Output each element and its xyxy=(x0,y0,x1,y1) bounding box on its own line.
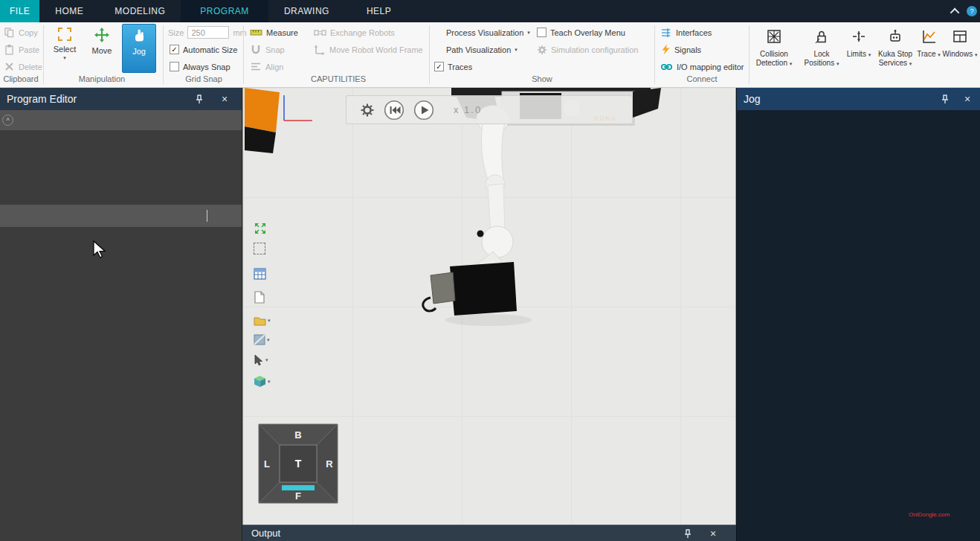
selection-frame-button[interactable] xyxy=(254,243,265,255)
delete-label: Delete xyxy=(19,63,42,71)
grid-snap-group-label: Grid Snap xyxy=(185,74,222,83)
jog-panel: Jog × xyxy=(736,88,980,541)
folder-button[interactable]: ▾ xyxy=(254,316,271,326)
automatic-size-checkbox-row[interactable]: ✓ Automatic Size xyxy=(170,42,237,57)
windows-caret-icon: ▾ xyxy=(975,52,978,57)
automatic-size-label: Automatic Size xyxy=(183,45,237,54)
signals-button[interactable]: Signals xyxy=(660,42,701,57)
kuka-stop-services-label: Kuka Stop Services xyxy=(878,50,912,67)
kuka-stop-services-caret-icon: ▾ xyxy=(909,61,912,66)
delete-icon xyxy=(4,61,15,72)
move-robot-world-frame-button[interactable]: Move Robot World Frame xyxy=(314,42,423,57)
viewport-3d[interactable]: KUKA xyxy=(242,88,736,525)
program-editor-close-icon[interactable]: × xyxy=(219,94,230,104)
exchange-robots-label: Exchange Robots xyxy=(330,28,395,37)
teach-overlay-menu-checkbox[interactable] xyxy=(537,28,547,37)
menubar: FILE HOME MODELING PROGRAM DRAWING HELP … xyxy=(0,0,980,22)
path-visualization-dropdown[interactable]: Path Visualization ▾ xyxy=(446,42,518,57)
tab-help[interactable]: HELP xyxy=(351,0,407,22)
table-view-button[interactable] xyxy=(254,268,266,280)
pointer-caret-icon: ▾ xyxy=(265,357,268,363)
output-pin-icon[interactable] xyxy=(683,528,693,539)
play-button[interactable] xyxy=(413,100,434,121)
collision-detection-button[interactable]: Collision Detection ▾ xyxy=(752,24,796,85)
jog-label: Jog xyxy=(132,47,146,56)
collision-detection-label: Collision Detection xyxy=(756,50,788,67)
jog-button[interactable]: Jog xyxy=(122,24,156,73)
selection-frame-icon xyxy=(254,243,265,255)
tree-expander-icon[interactable]: ^ xyxy=(2,115,13,126)
tab-file[interactable]: FILE xyxy=(0,0,39,22)
process-visualization-caret-icon: ▾ xyxy=(527,30,530,36)
limits-button[interactable]: Limits ▾ xyxy=(845,24,873,85)
size-input[interactable]: 250 xyxy=(187,26,229,39)
windows-button[interactable]: Windows ▾ xyxy=(941,24,979,85)
traces-label: Traces xyxy=(448,63,472,71)
program-editor-root-row[interactable]: ^ xyxy=(0,110,242,130)
interfaces-button[interactable]: Interfaces xyxy=(660,25,712,39)
measure-button[interactable]: Measure xyxy=(250,25,298,39)
traces-checkbox[interactable]: ✓ xyxy=(434,62,444,71)
io-mapping-editor-button[interactable]: I/O mapping editor xyxy=(660,60,744,74)
always-snap-checkbox[interactable] xyxy=(170,62,179,71)
select-icon xyxy=(58,28,71,41)
fit-view-icon xyxy=(254,222,267,235)
fit-view-button[interactable] xyxy=(254,222,267,235)
view-cube-label-b: B xyxy=(294,429,301,441)
jog-pin-icon[interactable] xyxy=(940,94,950,104)
program-editor-title: Program Editor xyxy=(0,93,77,105)
tab-drawing[interactable]: DRAWING xyxy=(268,0,345,22)
snap-button[interactable]: Snap xyxy=(250,42,285,57)
select-caret-icon: ▾ xyxy=(63,55,66,61)
pointer-icon xyxy=(254,354,264,366)
collapse-ribbon-icon[interactable] xyxy=(950,7,960,17)
robot-arm[interactable] xyxy=(423,106,532,326)
move-button[interactable]: Move xyxy=(85,24,119,73)
traces-checkbox-row[interactable]: ✓ Traces xyxy=(434,60,472,74)
view-cube[interactable]: B L T R F xyxy=(257,423,339,505)
process-visualization-dropdown[interactable]: Process Visualization ▾ xyxy=(446,25,530,39)
teach-overlay-menu-checkbox-row[interactable]: Teach Overlay Menu xyxy=(537,25,625,39)
settings-gear-icon[interactable] xyxy=(360,103,375,118)
align-button[interactable]: Align xyxy=(250,60,283,74)
pointer-tool-button[interactable]: ▾ xyxy=(254,354,268,366)
tab-program[interactable]: PROGRAM xyxy=(181,0,268,22)
program-editor-selected-row[interactable] xyxy=(0,205,242,227)
jog-panel-header: Jog × xyxy=(737,88,980,110)
snapshot-button[interactable]: ▾ xyxy=(254,334,270,345)
ribbon: Copy Paste Delete Clipboard Select ▾ Mov… xyxy=(0,22,980,88)
skip-to-start-button[interactable] xyxy=(384,100,404,121)
jog-close-icon[interactable]: × xyxy=(962,94,973,104)
view-cube-label-l: L xyxy=(264,458,270,470)
automatic-size-checkbox[interactable]: ✓ xyxy=(170,45,179,54)
page-button[interactable] xyxy=(254,291,265,304)
delete-button[interactable]: Delete xyxy=(4,60,42,74)
copy-button[interactable]: Copy xyxy=(4,25,38,39)
paste-label: Paste xyxy=(19,45,39,54)
select-button[interactable]: Select ▾ xyxy=(48,24,82,73)
help-icon[interactable]: ? xyxy=(967,6,977,16)
tab-home[interactable]: HOME xyxy=(39,0,99,22)
lock-positions-button[interactable]: Lock Positions ▾ xyxy=(802,24,842,85)
windows-label: Windows xyxy=(943,50,973,58)
kuka-stop-services-button[interactable]: Kuka Stop Services ▾ xyxy=(876,24,915,85)
output-close-icon[interactable]: × xyxy=(708,528,718,539)
cube-tool-button[interactable]: ▾ xyxy=(254,375,271,388)
page-icon xyxy=(254,291,265,304)
paste-button[interactable]: Paste xyxy=(4,42,39,57)
playback-speed[interactable]: x 1.0 xyxy=(454,104,482,115)
move-robot-world-frame-label: Move Robot World Frame xyxy=(329,45,423,54)
cube-caret-icon: ▾ xyxy=(268,379,271,385)
simulation-configuration-label: Simulation configuration xyxy=(551,45,638,54)
trace-button[interactable]: Trace ▾ xyxy=(916,24,941,85)
program-editor-header: Program Editor × xyxy=(0,88,242,110)
simulation-configuration-button[interactable]: Simulation configuration xyxy=(537,42,638,57)
program-editor-pin-icon[interactable] xyxy=(194,94,204,104)
exchange-robots-button[interactable]: Exchange Robots xyxy=(314,25,395,39)
trace-caret-icon: ▾ xyxy=(938,52,941,57)
always-snap-checkbox-row[interactable]: Always Snap xyxy=(170,60,231,74)
always-snap-label: Always Snap xyxy=(183,63,231,71)
tab-modeling[interactable]: MODELING xyxy=(99,0,181,22)
simulation-configuration-icon xyxy=(537,45,547,55)
move-label: Move xyxy=(92,46,112,55)
